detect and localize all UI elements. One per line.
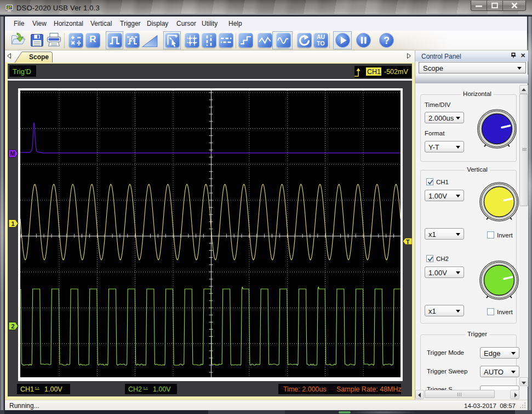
svg-text:T: T [406, 239, 410, 245]
svg-text:CH1: CH1 [367, 68, 381, 76]
svg-text:1: 1 [12, 220, 15, 227]
svg-text:?: ? [384, 35, 390, 46]
svg-text:2: 2 [12, 323, 15, 330]
svg-text:CH1: CH1 [20, 385, 34, 393]
svg-text:1.00V: 1.00V [44, 385, 62, 393]
svg-text:M: M [10, 150, 15, 157]
svg-text:Sample Rate: 48MHz: Sample Rate: 48MHz [336, 385, 402, 393]
svg-text:1.00V: 1.00V [153, 385, 171, 393]
svg-text:Trig'D: Trig'D [13, 67, 31, 76]
svg-text:CH2: CH2 [128, 385, 142, 393]
svg-text:-502mV: -502mV [384, 68, 408, 76]
svg-text:Time: 2.000us: Time: 2.000us [283, 385, 327, 393]
